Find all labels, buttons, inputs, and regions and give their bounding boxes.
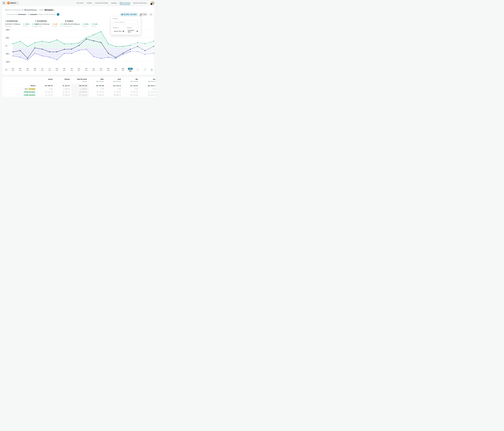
column-header-februar[interactable]: Februar (54, 77, 71, 84)
column-sub-label: OS/ Forecast (123, 81, 138, 82)
value-cell (54, 97, 71, 97)
category-badge: Client Services (23, 91, 36, 93)
row-label-cell: AdministrationOverhead (2, 87, 37, 90)
column-header-april[interactable]: AprilOS/ Forecast (105, 77, 122, 84)
kpi-trend-top: ↗3,6% (52, 23, 58, 25)
month-label: May (122, 68, 124, 69)
row-label-cell: WerbungClient Services (2, 91, 37, 94)
series-color-dot (5, 21, 6, 21)
kpi-legend-row: Gesamtleistung163.506,73 €/MonatDurchsch… (5, 20, 96, 27)
trend-arrow-icon: ↑ (23, 23, 24, 25)
trend-arrow-icon: ↑ (91, 23, 93, 25)
nav-item-label: Targeting (111, 2, 117, 4)
row-label-cell (2, 97, 37, 97)
nav-item-label: BWA & Forecast (120, 2, 130, 4)
month-label: Jun (41, 68, 44, 69)
month-label: Apr (26, 68, 29, 69)
year-label: 2022 (136, 70, 139, 71)
company-selector[interactable]: Musterfirma (24, 9, 38, 11)
enddatum-input[interactable]: Dezember 2023 (126, 29, 139, 33)
granularity-selector[interactable]: Monaten (45, 9, 55, 11)
home-button[interactable] (2, 1, 6, 5)
column-sub-label: OS/ Forecast (106, 81, 121, 82)
row-label: Umsatz (31, 85, 36, 86)
chart-scroll-right-button[interactable] (150, 68, 153, 71)
column-header-januar[interactable]: Januar (37, 77, 54, 84)
month-label: Oct (70, 68, 73, 69)
kpi-value-caption: Durchschnitt (35, 26, 50, 27)
nav-item-time-invest[interactable]: Time Invest (77, 2, 83, 4)
app-switcher[interactable]: OS/ Reports (7, 1, 19, 5)
column-sub-label: OS/ Forecast (140, 81, 155, 82)
x-axis-month[interactable]: Jul2021 (48, 68, 51, 71)
table-row-partial (2, 96, 155, 97)
kpi-ergebnis: Ergebnis29.324,00 €/MonatDurchschnitt↑23… (65, 20, 96, 27)
x-axis-month[interactable]: Feb2022 (100, 68, 102, 71)
x-axis-month-selected[interactable]: May2022 (128, 68, 133, 72)
table-row-umsatz[interactable]: ▾Umsatz154.488,4981.184,87235.673,36162.… (2, 84, 155, 87)
y-axis-label: −100k € (5, 61, 11, 63)
kpi-trend-top: ↑23,6% (82, 23, 89, 25)
x-axis-month[interactable]: Jun2021 (41, 68, 44, 71)
chart-scroll-left-button[interactable] (5, 68, 8, 71)
kpi-name: Gesamtleistung (7, 20, 18, 22)
title-middle: nach (39, 9, 44, 11)
kpi-name: Gesamtkosten (37, 20, 47, 22)
x-axis-month[interactable]: Apr2022 (114, 68, 117, 71)
table-row-werbung[interactable]: WerbungClient Services63.313,2552.635,19… (2, 90, 155, 94)
column-header-mai[interactable]: MaiOS/ Forecast (122, 77, 140, 84)
chevron-down-icon (17, 2, 18, 4)
value-cell: 2.500,00 (71, 87, 89, 90)
nav-item-business-performance[interactable]: Business Performance (133, 2, 147, 4)
x-axis-month[interactable]: Aug2021 (56, 68, 58, 71)
table-row-administration[interactable]: AdministrationOverhead0,002.500,002.500,… (2, 87, 155, 90)
more-options-button[interactable]: ••• (150, 13, 153, 16)
value-cell: 0,00 (140, 87, 155, 90)
avatar[interactable]: ↑ (151, 1, 154, 5)
expand-triangle-icon[interactable]: ▾ (29, 85, 30, 86)
x-axis-month[interactable]: Jan2022 (92, 68, 95, 71)
startdatum-input[interactable]: Januar 2023 (113, 29, 125, 33)
month-label: Aug (144, 68, 146, 69)
row-label-cell: ▾Umsatz (2, 84, 37, 87)
x-axis-month[interactable]: Sep2021 (63, 68, 66, 71)
x-axis-month[interactable]: Aug2022 (144, 68, 146, 71)
trend-caption: 3 mtl. avg. (52, 26, 58, 27)
pill-suffix: Projekten und wahrscheinlicher. (38, 14, 56, 15)
x-axis-month[interactable]: Jul2022 (136, 68, 139, 71)
x-axis-month[interactable]: Apr2021 (26, 68, 29, 71)
page-title: BWA & Forecast für Musterfirma nach Mona… (5, 9, 55, 11)
value-cell: 175.110,55 (122, 84, 140, 87)
filter-button[interactable]: Filter (140, 13, 148, 16)
value-cell: 116.810,29 (140, 94, 155, 96)
date-range-button[interactable]: Jan 2021 – Dez 2022 (120, 13, 138, 16)
preset-select[interactable]: Preset auswählen ▾ (113, 20, 139, 24)
year-label: 2021 (34, 70, 36, 71)
category-badge: Client Services (23, 94, 36, 96)
trend-arrow-icon: ↑ (82, 23, 84, 25)
x-axis-month[interactable]: Nov2021 (78, 68, 80, 71)
column-header-start-bis-heute[interactable]: Start bis heuteSumme (71, 77, 89, 84)
nav-item-bwa-forecast[interactable]: BWA & Forecast (120, 2, 130, 4)
value-cell: 115.948,44 (71, 91, 89, 94)
forecast-basis-pill[interactable]: Forecast basiert auf Beauftragten + Ange… (5, 13, 60, 16)
expand-pill-button[interactable] (57, 13, 59, 16)
value-cell (37, 97, 54, 97)
nav-item-targeting[interactable]: Targeting (111, 2, 117, 4)
nav-item-cashflow[interactable]: Cashflow (87, 2, 92, 4)
x-axis-month[interactable]: Mar2021 (19, 68, 22, 71)
calendar-icon (123, 30, 124, 32)
table-row-event[interactable]: EventClient Services91.175,2426.049,6811… (2, 94, 155, 96)
x-axis-month[interactable]: May2021 (34, 68, 36, 71)
x-axis-month[interactable]: Feb2021 (12, 68, 14, 71)
x-axis-month[interactable]: Mar2022 (107, 68, 110, 71)
column-header-juni[interactable]: JuniOS/ Forecast (140, 77, 155, 84)
month-label: Feb (12, 68, 14, 69)
x-axis-month[interactable]: May2022 (122, 68, 124, 71)
nav-item-overhead-controlling[interactable]: Overhead Controlling (95, 2, 108, 4)
column-header-märz[interactable]: MärzOS/ Forecast (89, 77, 105, 84)
x-axis-month[interactable]: Oct2021 (70, 68, 73, 71)
x-axis-month[interactable]: Dec2021 (85, 68, 88, 71)
trend-arrow-icon: ↘ (60, 23, 62, 25)
category-badge: Overhead (28, 88, 36, 90)
